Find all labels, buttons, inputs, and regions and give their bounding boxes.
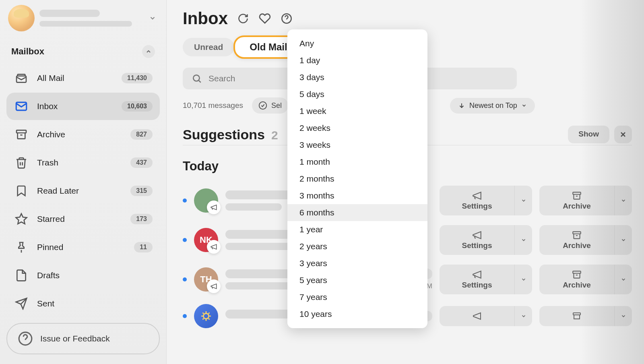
archive-caret[interactable] [614,306,632,326]
archive-caret[interactable] [614,186,632,215]
settings-caret[interactable] [514,225,532,255]
dropdown-item[interactable]: 1 month [287,153,427,170]
settings-button[interactable]: Settings [440,186,514,215]
dropdown-item[interactable]: 10 years [287,306,427,323]
chevron-down-icon [521,277,526,282]
dropdown-item[interactable]: 2 months [287,170,427,187]
show-suggestions-button[interactable]: Show [568,126,609,143]
settings-button[interactable] [440,306,514,326]
settings-button[interactable]: Settings [440,225,514,255]
dropdown-item[interactable]: 5 days [287,86,427,103]
header-row: Inbox [183,9,632,28]
feedback-label: Issue or Feedback [40,334,110,343]
close-icon [619,130,627,139]
sidebar-item-archive[interactable]: Archive 827 [6,121,160,148]
dropdown-item[interactable]: 2 years [287,238,427,255]
sidebar-item-pinned[interactable]: Pinned 11 [6,234,160,261]
archive-caret[interactable] [614,265,632,294]
chevron-down-icon [521,313,526,319]
archive-icon [572,269,582,280]
settings-action: Settings [440,186,532,215]
megaphone-icon [472,311,482,321]
chevron-down-icon [621,198,626,203]
dropdown-item[interactable]: 5 years [287,272,427,289]
suggestions-title: Suggestions [183,127,265,143]
dropdown-item[interactable]: Any [287,35,427,52]
settings-button[interactable]: Settings [440,265,514,294]
megaphone-badge-icon [207,279,221,293]
close-suggestions-button[interactable] [614,126,632,143]
time-range-dropdown[interactable]: Any1 day3 days5 days1 week2 weeks3 weeks… [287,29,427,328]
settings-action: Settings [440,265,532,294]
sidebar-item-read-later[interactable]: Read Later 315 [6,177,160,205]
user-avatar[interactable] [8,5,35,31]
feedback-button[interactable]: Issue or Feedback [6,323,160,354]
refresh-button[interactable] [237,12,250,25]
sidebar-item-label: Drafts [37,271,153,280]
help-circle-icon [18,331,33,346]
svg-rect-24 [573,313,580,315]
sort-arrow-icon [458,102,465,109]
svg-line-12 [198,80,200,82]
archive-caret[interactable] [614,225,632,255]
sidebar-item-badge: 437 [130,157,153,168]
sidebar-item-drafts[interactable]: Drafts [6,262,160,289]
archive-button[interactable]: Archive [539,265,614,294]
document-icon [14,268,29,283]
sender-avatar [194,304,218,328]
dropdown-item[interactable]: 3 years [287,255,427,272]
settings-caret[interactable] [514,186,532,215]
unread-dot [183,199,187,203]
sidebar-item-label: Read Later [37,186,122,196]
chevron-down-icon [621,237,626,243]
sidebar-item-inbox[interactable]: Inbox 10,603 [6,93,160,120]
sidebar: Mailbox All Mail 11,430 Inbox 10,603 Arc… [0,0,166,364]
chevron-down-icon [521,198,526,203]
archive-action [539,306,632,326]
unread-dot [183,314,187,318]
archive-button[interactable] [539,306,614,326]
sort-button[interactable]: Newest on Top [450,98,535,114]
dropdown-item[interactable]: 7 years [287,289,427,306]
sidebar-item-badge: 315 [130,186,153,196]
unread-dot [183,277,187,281]
bookmark-icon [14,183,29,199]
mailbox-collapse-icon[interactable] [142,45,155,58]
mailbox-section-header[interactable]: Mailbox [6,41,160,62]
svg-point-13 [259,102,266,109]
settings-caret[interactable] [514,265,532,294]
dropdown-item[interactable]: 3 days [287,69,427,86]
dropdown-item[interactable]: 1 year [287,221,427,238]
check-circle-icon [258,101,267,110]
svg-rect-21 [573,271,581,273]
sidebar-item-starred[interactable]: Starred 173 [6,205,160,233]
dropdown-item[interactable]: 2 weeks [287,120,427,136]
sidebar-item-badge: 827 [130,129,153,140]
help-button[interactable] [280,12,293,25]
settings-caret[interactable] [514,306,532,326]
filter-unread[interactable]: Unread [183,38,234,56]
sidebar-item-trash[interactable]: Trash 437 [6,149,160,176]
settings-action [440,306,532,326]
archive-button[interactable]: Archive [539,186,614,215]
sidebar-item-label: Starred [37,214,122,224]
dropdown-item[interactable]: 3 months [287,187,427,204]
svg-point-11 [193,75,199,81]
favorite-button[interactable] [258,12,271,25]
dropdown-item[interactable]: 6 months [287,204,427,221]
sender-avatar: TH [194,267,218,292]
select-button[interactable]: Sel [252,97,288,114]
dropdown-item[interactable]: 1 week [287,103,427,120]
sidebar-item-label: Trash [37,158,122,168]
sidebar-item-badge: 10,603 [122,101,153,112]
sidebar-item-sent[interactable]: Sent [6,290,160,317]
archive-button[interactable]: Archive [539,225,614,255]
paper-plane-icon [14,296,29,311]
dropdown-item[interactable]: 3 weeks [287,136,427,153]
sidebar-item-all-mail[interactable]: All Mail 11,430 [6,64,160,92]
archive-icon [572,230,582,240]
sidebar-item-badge: 11 [134,242,153,252]
unread-dot [183,238,187,242]
dropdown-item[interactable]: 1 day [287,52,427,69]
profile-menu-caret[interactable] [147,12,158,24]
